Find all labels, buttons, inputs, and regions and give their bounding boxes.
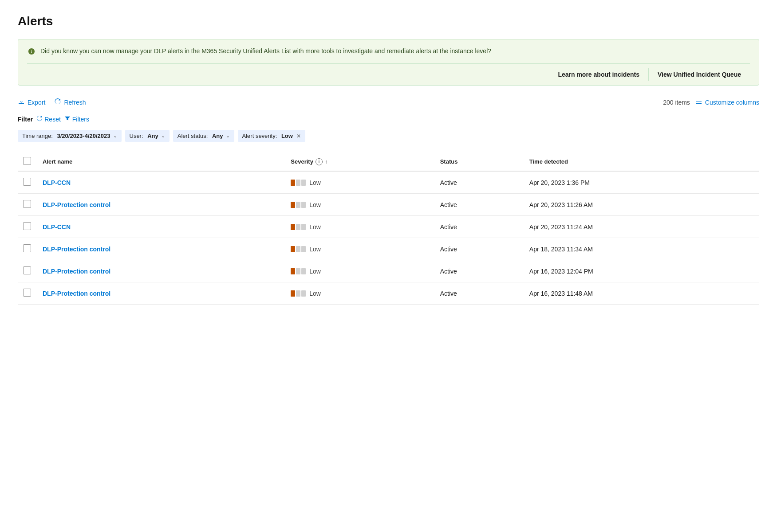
refresh-label: Refresh	[64, 99, 86, 106]
severity-info-icon[interactable]: i	[316, 158, 323, 165]
customize-columns-button[interactable]: Customize columns	[695, 98, 759, 106]
row-checkbox[interactable]	[23, 266, 31, 274]
time-range-key: Time range:	[22, 133, 55, 139]
row-checkbox-cell	[18, 282, 37, 305]
customize-label: Customize columns	[705, 99, 759, 106]
alert-name-header: Alert name	[37, 153, 285, 171]
customize-icon	[695, 98, 702, 106]
severity-bar-1	[291, 180, 295, 186]
export-label: Export	[28, 99, 45, 106]
alert-name[interactable]: DLP-Protection control	[43, 201, 110, 208]
severity-bar-2	[296, 224, 300, 230]
row-checkbox[interactable]	[23, 289, 31, 297]
severity-bar-3	[301, 202, 306, 208]
table-row: DLP-CCN Low ActiveApr 20, 2023 1:36 PM	[18, 171, 759, 194]
filters-button[interactable]: Filters	[64, 115, 89, 123]
time-value: Apr 16, 2023 12:04 PM	[529, 268, 593, 275]
severity-bar-1	[291, 202, 295, 208]
time-detected-cell: Apr 18, 2023 11:34 AM	[524, 238, 759, 260]
chevron-down-icon: ⌄	[226, 133, 230, 139]
severity-bar-3	[301, 180, 306, 186]
table-row: DLP-Protection control Low ActiveApr 20,…	[18, 194, 759, 216]
severity-label: Low	[309, 179, 321, 186]
status-cell: Active	[435, 216, 524, 238]
time-range-chip[interactable]: Time range: 3/20/2023-4/20/2023 ⌄	[18, 130, 122, 142]
severity-bar-2	[296, 180, 300, 186]
severity-cell: Low	[285, 282, 434, 305]
time-detected-cell: Apr 20, 2023 1:36 PM	[524, 171, 759, 194]
select-all-header	[18, 153, 37, 171]
user-value: Any	[147, 133, 158, 139]
table-row: DLP-Protection control Low ActiveApr 16,…	[18, 260, 759, 282]
user-chip[interactable]: User: Any ⌄	[125, 130, 170, 142]
status-cell: Active	[435, 238, 524, 260]
alert-name-cell: DLP-CCN	[37, 216, 285, 238]
table-row: DLP-CCN Low ActiveApr 20, 2023 11:24 AM	[18, 216, 759, 238]
alert-name[interactable]: DLP-Protection control	[43, 246, 110, 253]
chevron-down-icon: ⌄	[113, 133, 117, 139]
row-checkbox-cell	[18, 260, 37, 282]
severity-bar-1	[291, 246, 295, 252]
severity-cell: Low	[285, 171, 434, 194]
severity-bars	[291, 224, 306, 230]
severity-cell: Low	[285, 238, 434, 260]
alert-name[interactable]: DLP-Protection control	[43, 268, 110, 275]
table-row: DLP-Protection control Low ActiveApr 16,…	[18, 282, 759, 305]
status-cell: Active	[435, 260, 524, 282]
severity-sort-icon[interactable]: ↑	[325, 159, 327, 165]
severity-bars	[291, 246, 306, 252]
toolbar: Export Refresh 200 items Customize colum…	[18, 96, 759, 108]
alert-name[interactable]: DLP-CCN	[43, 179, 71, 186]
refresh-button[interactable]: Refresh	[54, 96, 86, 108]
time-value: Apr 20, 2023 1:36 PM	[529, 179, 590, 186]
alert-name-cell: DLP-Protection control	[37, 282, 285, 305]
time-detected-cell: Apr 16, 2023 12:04 PM	[524, 260, 759, 282]
time-detected-header: Time detected	[524, 153, 759, 171]
row-checkbox[interactable]	[23, 244, 31, 252]
severity-bar-2	[296, 246, 300, 252]
learn-more-button[interactable]: Learn more about incidents	[549, 68, 648, 81]
severity-bar-2	[296, 202, 300, 208]
alert-status-value: Any	[212, 133, 223, 139]
filters-label: Filters	[72, 116, 89, 123]
time-value: Apr 20, 2023 11:24 AM	[529, 223, 593, 231]
select-all-checkbox[interactable]	[23, 157, 31, 165]
alert-name-cell: DLP-Protection control	[37, 238, 285, 260]
banner-actions: Learn more about incidents View Unified …	[27, 63, 750, 85]
severity-bar-3	[301, 224, 306, 230]
row-checkbox[interactable]	[23, 200, 31, 208]
alert-status-chip[interactable]: Alert status: Any ⌄	[173, 130, 234, 142]
banner-icon	[27, 47, 36, 58]
reset-button[interactable]: Reset	[36, 115, 61, 123]
alert-severity-chip[interactable]: Alert severity: Low ✕	[238, 130, 305, 142]
alert-name-cell: DLP-Protection control	[37, 260, 285, 282]
severity-cell: Low	[285, 260, 434, 282]
filters-icon	[64, 115, 71, 123]
status-value: Active	[440, 201, 457, 208]
severity-label: Low	[309, 290, 321, 297]
severity-label: Low	[309, 268, 321, 275]
table-header-row: Alert name Severity i ↑ Status Time dete…	[18, 153, 759, 171]
severity-bar-3	[301, 268, 306, 274]
severity-cell: Low	[285, 216, 434, 238]
severity-bar-3	[301, 290, 306, 297]
severity-label: Low	[309, 201, 321, 208]
view-unified-queue-button[interactable]: View Unified Incident Queue	[648, 68, 750, 81]
alert-name[interactable]: DLP-Protection control	[43, 290, 110, 297]
export-button[interactable]: Export	[18, 96, 45, 108]
row-checkbox-cell	[18, 194, 37, 216]
severity-label: Low	[309, 223, 321, 231]
reset-label: Reset	[44, 116, 61, 123]
status-value: Active	[440, 246, 457, 253]
user-key: User:	[130, 133, 145, 139]
row-checkbox[interactable]	[23, 178, 31, 186]
alert-severity-value: Low	[281, 133, 293, 139]
row-checkbox[interactable]	[23, 222, 31, 230]
row-checkbox-cell	[18, 238, 37, 260]
alert-status-key: Alert status:	[177, 133, 209, 139]
table-row: DLP-Protection control Low ActiveApr 18,…	[18, 238, 759, 260]
alert-name[interactable]: DLP-CCN	[43, 223, 71, 231]
status-cell: Active	[435, 171, 524, 194]
close-icon[interactable]: ✕	[296, 133, 301, 139]
filter-chips: Time range: 3/20/2023-4/20/2023 ⌄ User: …	[18, 130, 759, 142]
